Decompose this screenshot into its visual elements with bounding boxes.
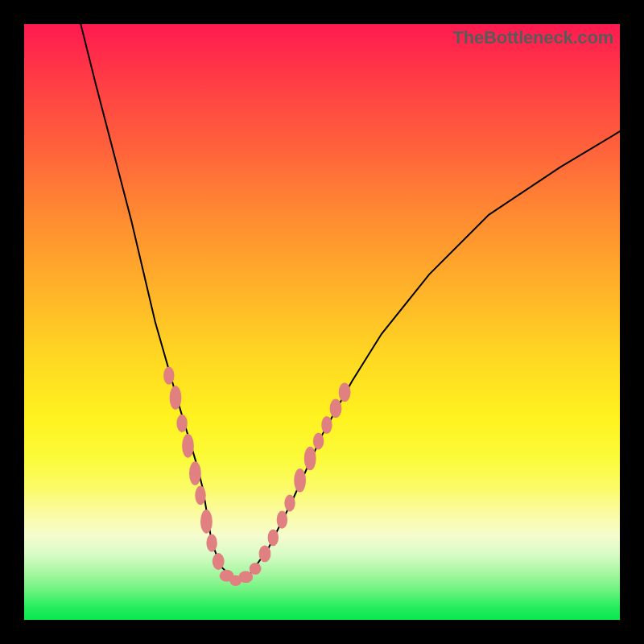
data-marker <box>213 553 225 570</box>
data-marker <box>304 447 316 471</box>
data-marker <box>284 495 295 512</box>
bottleneck-curve <box>66 0 620 581</box>
data-marker <box>294 469 306 493</box>
data-marker <box>250 563 262 575</box>
data-marker <box>321 416 332 434</box>
data-marker <box>200 510 213 534</box>
data-marker <box>238 571 253 583</box>
data-marker <box>189 461 201 485</box>
marker-group <box>163 367 350 586</box>
chart-frame: TheBottleneck.com <box>0 0 644 644</box>
data-marker <box>176 415 187 432</box>
curve-svg <box>24 24 620 620</box>
data-marker <box>195 486 205 506</box>
data-marker <box>170 386 182 410</box>
data-marker <box>330 399 342 419</box>
data-marker <box>277 511 287 529</box>
data-marker <box>206 534 217 551</box>
data-marker <box>268 530 279 547</box>
data-marker <box>182 434 194 458</box>
plot-area: TheBottleneck.com <box>24 24 620 620</box>
data-marker <box>339 383 351 402</box>
data-marker <box>259 546 271 563</box>
data-marker <box>163 367 174 385</box>
data-marker <box>313 433 324 450</box>
